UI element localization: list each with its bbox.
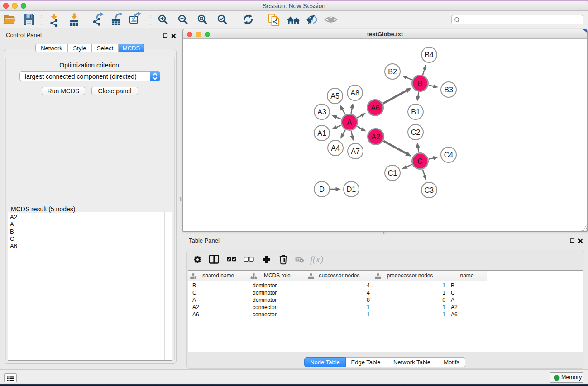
svg-text:B4: B4	[425, 51, 434, 59]
svg-text:A4: A4	[331, 144, 340, 152]
svg-text:A5: A5	[330, 92, 339, 100]
svg-text:A3: A3	[317, 108, 326, 116]
svg-text:A6: A6	[371, 104, 380, 112]
svg-text:A8: A8	[350, 89, 359, 97]
svg-text:C2: C2	[411, 129, 421, 136]
svg-text:B2: B2	[388, 68, 397, 76]
svg-text:C3: C3	[425, 186, 434, 194]
svg-text:A: A	[347, 119, 352, 126]
svg-text:D: D	[319, 186, 325, 193]
svg-text:C: C	[417, 157, 423, 165]
svg-text:C4: C4	[444, 151, 454, 159]
svg-text:A1: A1	[317, 129, 326, 137]
svg-text:B1: B1	[411, 108, 420, 116]
svg-text:C1: C1	[388, 169, 397, 177]
svg-text:f(x): f(x)	[310, 254, 323, 265]
svg-text:D1: D1	[347, 186, 356, 193]
svg-text:B: B	[418, 80, 423, 87]
svg-text:A7: A7	[351, 148, 360, 155]
svg-text:A2: A2	[371, 133, 380, 141]
svg-text:B3: B3	[444, 86, 453, 94]
